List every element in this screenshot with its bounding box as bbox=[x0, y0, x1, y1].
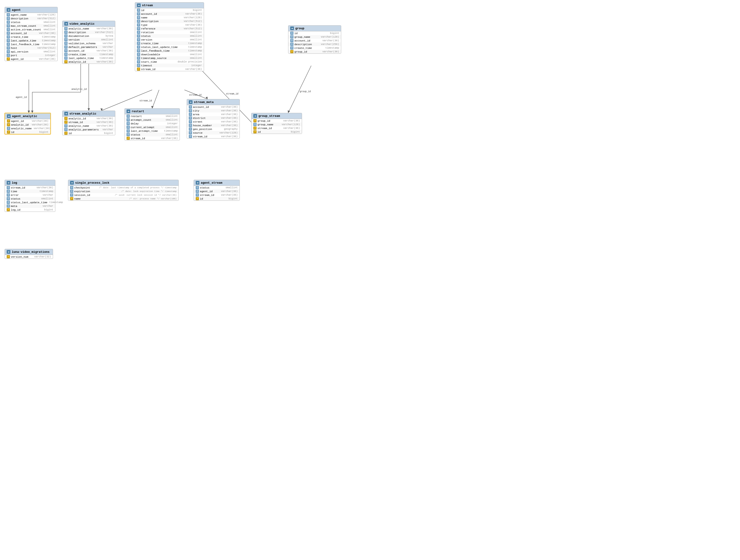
field-name-last_update_time: last_update_time bbox=[69, 57, 94, 60]
table-agent_stream: ▦▦agent_stream☷statussmallint☷agent_idva… bbox=[194, 180, 240, 201]
field-type-last_update_time: timestamp bbox=[100, 57, 113, 60]
col-icon: ☷ bbox=[7, 17, 10, 20]
table-title-stream_analytic: stream_analytic bbox=[69, 112, 96, 115]
svg-text:stream_id: stream_id bbox=[189, 94, 201, 96]
field-name-analytic_parameters: analytic_parameters bbox=[69, 128, 99, 131]
field-type-api_version: smallint bbox=[43, 50, 56, 53]
field-name-create_time: create_time bbox=[294, 46, 312, 49]
field-type-create_time: timestamp bbox=[188, 42, 202, 45]
field-name-delay: delay bbox=[131, 122, 139, 125]
col-icon: ☷ bbox=[7, 35, 10, 38]
field-name-timestamp_source: timestamp_source bbox=[141, 57, 167, 60]
table-icon-video_analytic: ▦▦ bbox=[64, 22, 68, 26]
field-type-agent_id: varchar(36) bbox=[221, 190, 238, 193]
field-type-attempt_count: smallint bbox=[166, 118, 178, 121]
field-row-meta: ☷metavarchar bbox=[5, 204, 55, 208]
col-icon: ☷ bbox=[137, 42, 140, 45]
field-type-account_id: varchar(36) bbox=[221, 106, 238, 108]
field-row-last_feedback_time: ☷last_feedback_timetimestamp bbox=[135, 49, 204, 52]
col-icon: ☷ bbox=[64, 34, 68, 37]
col-icon: ☷ bbox=[137, 34, 140, 37]
col-icon: ☷ bbox=[137, 49, 140, 52]
field-name-version: version bbox=[141, 38, 152, 41]
field-type-create_time: timestamp bbox=[326, 46, 339, 49]
field-name-analytic_name: analytic_name bbox=[11, 127, 32, 130]
field-name-port: port bbox=[11, 54, 17, 57]
col-icon: ☷ bbox=[189, 131, 192, 134]
field-type-id: bigint bbox=[39, 131, 49, 133]
field-type-status: smallint bbox=[43, 21, 56, 23]
field-type-group_id: varchar(36) bbox=[283, 119, 300, 122]
field-type-analytic_name: varchar(36) bbox=[96, 124, 113, 127]
col-icon: ☷ bbox=[7, 193, 10, 197]
col-icon: ☷ bbox=[137, 27, 140, 30]
field-row-start_time: ☷start_timedouble precision bbox=[135, 60, 204, 64]
col-icon: ☷ bbox=[64, 31, 68, 34]
field-row-current_attempt: ☷current_attemptsmallint bbox=[125, 125, 180, 129]
field-type-analytic_id: varchar(36) bbox=[96, 61, 113, 63]
field-name-status: status bbox=[11, 197, 20, 200]
field-row-group_id: 🔑group_idvarchar(36) bbox=[288, 50, 341, 53]
field-row-create_time: ☷create_timetimestamp bbox=[63, 52, 115, 56]
field-row-validation_schema: ☷validation_schemavarchar bbox=[63, 41, 115, 45]
field-type-timestamp_source: smallint bbox=[190, 57, 202, 60]
svg-marker-1 bbox=[28, 111, 30, 113]
field-name-id: id bbox=[258, 130, 261, 133]
table-agent_analytic: ▦▦agent_analytic🔑agent_idvarchar(36)🔑ana… bbox=[5, 113, 51, 134]
field-row-account_id: ☷account_idvarchar(36) bbox=[288, 39, 341, 42]
field-name-stream_id: stream_id bbox=[11, 186, 25, 189]
table-header-restart: ▦▦restart bbox=[125, 109, 180, 114]
col-icon: ☷ bbox=[7, 204, 10, 208]
pk-icon: 🔑 bbox=[7, 58, 10, 61]
field-name-last_attempt_time: last_attempt_time bbox=[131, 129, 158, 132]
field-name-stream_id: stream_id bbox=[200, 194, 214, 197]
field-row-session_id: ☷session_id/* uuid: current lock session… bbox=[68, 193, 178, 197]
col-icon: ☷ bbox=[189, 109, 192, 112]
field-type-time: timestamp bbox=[40, 190, 53, 193]
field-type-active_stream_count: smallint bbox=[43, 28, 56, 31]
table-icon-group_stream: ▦▦ bbox=[253, 114, 257, 118]
svg-text:stream_id: stream_id bbox=[140, 100, 152, 102]
field-type-meta: varchar bbox=[42, 205, 53, 207]
table-icon-agent_stream: ▦▦ bbox=[196, 181, 199, 185]
col-icon: ☷ bbox=[137, 12, 140, 15]
table-stream: ▦▦stream☷idbigint☷account_idvarchar(36)☷… bbox=[135, 2, 204, 71]
table-icon-log: ▦▦ bbox=[7, 181, 10, 185]
field-row-create_time: ☷create_timetimestamp bbox=[288, 46, 341, 50]
field-row-type: ☷typevarchar(36) bbox=[135, 23, 204, 27]
pk-icon: 🔑 bbox=[7, 255, 10, 258]
pk-icon: 🔑 bbox=[64, 117, 68, 120]
col-icon: ☷ bbox=[290, 31, 293, 35]
col-icon: ☷ bbox=[126, 115, 130, 118]
table-video_analytic: ▦▦video_analytic☷analytic_namevarchar(36… bbox=[62, 21, 115, 64]
field-type-create_time: timestamp bbox=[100, 53, 113, 56]
field-row-api_version: ☷api_versionsmallint bbox=[5, 50, 58, 53]
field-name-max_stream_count: max_stream_count bbox=[11, 24, 36, 27]
field-row-city: ☷cityvarchar(36) bbox=[187, 109, 240, 112]
col-icon: ☷ bbox=[196, 190, 199, 193]
table-title-group_stream: group_stream bbox=[258, 114, 280, 118]
field-type-description: varchar(256) bbox=[321, 43, 339, 45]
field-row-id: 🔑idbigint bbox=[5, 130, 50, 134]
table-title-stream: stream bbox=[142, 4, 153, 7]
pk-icon: 🔑 bbox=[290, 50, 293, 53]
col-icon: ☷ bbox=[137, 53, 140, 56]
svg-text:stream_id: stream_id bbox=[226, 93, 239, 95]
field-type-description: varchar(512) bbox=[184, 20, 202, 23]
field-type-group_id: varchar(36) bbox=[322, 50, 339, 53]
field-name-active_stream_count: active_stream_count bbox=[11, 28, 41, 31]
field-type-stream_id: varchar(36) bbox=[161, 137, 178, 140]
field-name-group_id: group_id bbox=[294, 50, 307, 53]
field-type-checkpoint: /* date: last timestamp of a completed p… bbox=[99, 187, 177, 189]
col-icon: ☷ bbox=[70, 193, 73, 197]
col-icon: ☷ bbox=[189, 120, 192, 123]
col-icon: ☷ bbox=[196, 186, 199, 189]
svg-line-10 bbox=[184, 90, 207, 99]
table-stream_meta: ▦▦stream_meta☷account_idvarchar(36)☷city… bbox=[187, 99, 240, 138]
field-name-city: city bbox=[193, 109, 199, 112]
field-name-analytic_id: analytic_id bbox=[69, 117, 86, 120]
field-row-documentation: ☷documentationbytea bbox=[63, 34, 115, 38]
field-type-port: integer bbox=[45, 54, 56, 57]
field-row-group_name: ☷group_namevarchar(128) bbox=[288, 35, 341, 39]
field-row-stream_id: 🔑stream_idvarchar(36) bbox=[135, 67, 204, 71]
